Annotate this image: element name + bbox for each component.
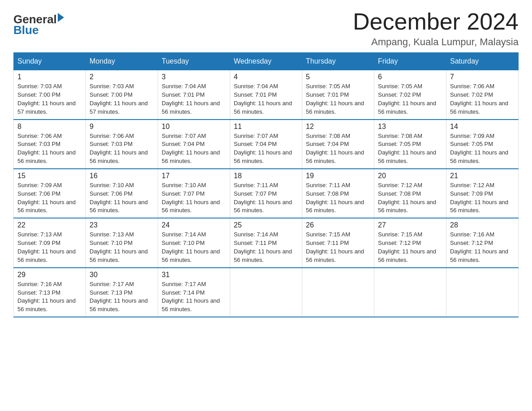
day-info: Sunrise: 7:08 AMSunset: 7:04 PMDaylight:…: [306, 132, 370, 166]
calendar-cell: [302, 268, 374, 317]
title-section: December 2024 Ampang, Kuala Lumpur, Mala…: [353, 9, 519, 48]
day-number: 23: [90, 221, 154, 229]
calendar-cell: 28Sunrise: 7:16 AMSunset: 7:12 PMDayligh…: [446, 218, 519, 267]
page-header: General Blue December 2024 Ampang, Kuala…: [13, 9, 519, 48]
day-info: Sunrise: 7:15 AMSunset: 7:12 PMDaylight:…: [378, 231, 442, 264]
day-info: Sunrise: 7:11 AMSunset: 7:07 PMDaylight:…: [234, 181, 298, 215]
day-info: Sunrise: 7:17 AMSunset: 7:13 PMDaylight:…: [90, 280, 154, 314]
day-info: Sunrise: 7:16 AMSunset: 7:13 PMDaylight:…: [17, 280, 82, 314]
calendar-cell: 7Sunrise: 7:06 AMSunset: 7:02 PMDaylight…: [446, 70, 519, 120]
calendar-cell: 24Sunrise: 7:14 AMSunset: 7:10 PMDayligh…: [158, 218, 230, 267]
calendar-cell: 19Sunrise: 7:11 AMSunset: 7:08 PMDayligh…: [302, 169, 374, 218]
logo: General Blue: [13, 13, 64, 36]
calendar-cell: 29Sunrise: 7:16 AMSunset: 7:13 PMDayligh…: [14, 268, 86, 317]
calendar-cell: 31Sunrise: 7:17 AMSunset: 7:14 PMDayligh…: [158, 268, 230, 317]
calendar-cell: 27Sunrise: 7:15 AMSunset: 7:12 PMDayligh…: [374, 218, 446, 267]
calendar-cell: 5Sunrise: 7:05 AMSunset: 7:01 PMDaylight…: [302, 70, 374, 120]
day-info: Sunrise: 7:11 AMSunset: 7:08 PMDaylight:…: [306, 181, 370, 215]
day-number: 29: [17, 271, 82, 279]
day-info: Sunrise: 7:06 AMSunset: 7:02 PMDaylight:…: [450, 82, 515, 116]
day-number: 20: [378, 172, 442, 180]
day-info: Sunrise: 7:16 AMSunset: 7:12 PMDaylight:…: [450, 231, 515, 264]
day-info: Sunrise: 7:15 AMSunset: 7:11 PMDaylight:…: [306, 231, 370, 264]
calendar-cell: 4Sunrise: 7:04 AMSunset: 7:01 PMDaylight…: [230, 70, 302, 120]
day-number: 6: [378, 73, 442, 81]
day-info: Sunrise: 7:05 AMSunset: 7:02 PMDaylight:…: [378, 82, 442, 116]
calendar-week-1: 1Sunrise: 7:03 AMSunset: 7:00 PMDaylight…: [14, 70, 519, 120]
calendar-cell: 30Sunrise: 7:17 AMSunset: 7:13 PMDayligh…: [86, 268, 158, 317]
calendar-header-saturday: Saturday: [446, 53, 519, 70]
calendar-cell: 9Sunrise: 7:06 AMSunset: 7:03 PMDaylight…: [86, 120, 158, 169]
logo-arrow-icon: [58, 13, 64, 22]
calendar-cell: 3Sunrise: 7:04 AMSunset: 7:01 PMDaylight…: [158, 70, 230, 120]
day-number: 3: [162, 73, 226, 81]
day-info: Sunrise: 7:03 AMSunset: 7:00 PMDaylight:…: [17, 82, 82, 116]
day-info: Sunrise: 7:06 AMSunset: 7:03 PMDaylight:…: [17, 132, 82, 166]
calendar-week-3: 15Sunrise: 7:09 AMSunset: 7:06 PMDayligh…: [14, 169, 519, 218]
calendar-cell: 10Sunrise: 7:07 AMSunset: 7:04 PMDayligh…: [158, 120, 230, 169]
day-number: 4: [234, 73, 298, 81]
calendar-cell: 6Sunrise: 7:05 AMSunset: 7:02 PMDaylight…: [374, 70, 446, 120]
day-number: 14: [450, 123, 515, 131]
calendar-cell: 22Sunrise: 7:13 AMSunset: 7:09 PMDayligh…: [14, 218, 86, 267]
calendar-cell: 25Sunrise: 7:14 AMSunset: 7:11 PMDayligh…: [230, 218, 302, 267]
day-number: 2: [90, 73, 154, 81]
day-info: Sunrise: 7:14 AMSunset: 7:11 PMDaylight:…: [234, 231, 298, 264]
day-number: 21: [450, 172, 515, 180]
day-number: 15: [17, 172, 82, 180]
calendar-cell: 21Sunrise: 7:12 AMSunset: 7:09 PMDayligh…: [446, 169, 519, 218]
day-info: Sunrise: 7:14 AMSunset: 7:10 PMDaylight:…: [162, 231, 226, 264]
day-number: 28: [450, 221, 515, 229]
day-number: 27: [378, 221, 442, 229]
calendar-header-friday: Friday: [374, 53, 446, 70]
calendar-cell: 20Sunrise: 7:12 AMSunset: 7:08 PMDayligh…: [374, 169, 446, 218]
calendar-cell: 26Sunrise: 7:15 AMSunset: 7:11 PMDayligh…: [302, 218, 374, 267]
day-info: Sunrise: 7:12 AMSunset: 7:08 PMDaylight:…: [378, 181, 442, 215]
calendar-header-tuesday: Tuesday: [158, 53, 230, 70]
day-info: Sunrise: 7:09 AMSunset: 7:05 PMDaylight:…: [450, 132, 515, 166]
day-number: 16: [90, 172, 154, 180]
day-info: Sunrise: 7:10 AMSunset: 7:06 PMDaylight:…: [90, 181, 154, 215]
logo-blue-text: Blue: [13, 24, 39, 36]
day-number: 5: [306, 73, 370, 81]
day-number: 13: [378, 123, 442, 131]
day-number: 1: [17, 73, 82, 81]
day-number: 12: [306, 123, 370, 131]
day-info: Sunrise: 7:10 AMSunset: 7:07 PMDaylight:…: [162, 181, 226, 215]
day-number: 7: [450, 73, 515, 81]
day-number: 24: [162, 221, 226, 229]
calendar-cell: 12Sunrise: 7:08 AMSunset: 7:04 PMDayligh…: [302, 120, 374, 169]
calendar-body: 1Sunrise: 7:03 AMSunset: 7:00 PMDaylight…: [14, 70, 519, 317]
month-title: December 2024: [353, 9, 519, 34]
day-info: Sunrise: 7:12 AMSunset: 7:09 PMDaylight:…: [450, 181, 515, 215]
calendar-week-5: 29Sunrise: 7:16 AMSunset: 7:13 PMDayligh…: [14, 268, 519, 317]
day-number: 22: [17, 221, 82, 229]
day-info: Sunrise: 7:13 AMSunset: 7:09 PMDaylight:…: [17, 231, 82, 264]
calendar-cell: 16Sunrise: 7:10 AMSunset: 7:06 PMDayligh…: [86, 169, 158, 218]
calendar-cell: 11Sunrise: 7:07 AMSunset: 7:04 PMDayligh…: [230, 120, 302, 169]
calendar-header-monday: Monday: [86, 53, 158, 70]
calendar-cell: 18Sunrise: 7:11 AMSunset: 7:07 PMDayligh…: [230, 169, 302, 218]
calendar-cell: 13Sunrise: 7:08 AMSunset: 7:05 PMDayligh…: [374, 120, 446, 169]
day-number: 30: [90, 271, 154, 279]
day-info: Sunrise: 7:09 AMSunset: 7:06 PMDaylight:…: [17, 181, 82, 215]
calendar-table: SundayMondayTuesdayWednesdayThursdayFrid…: [13, 52, 519, 317]
day-number: 19: [306, 172, 370, 180]
location-text: Ampang, Kuala Lumpur, Malaysia: [353, 36, 519, 48]
day-number: 17: [162, 172, 226, 180]
calendar-cell: 8Sunrise: 7:06 AMSunset: 7:03 PMDaylight…: [14, 120, 86, 169]
day-info: Sunrise: 7:08 AMSunset: 7:05 PMDaylight:…: [378, 132, 442, 166]
day-number: 26: [306, 221, 370, 229]
calendar-week-2: 8Sunrise: 7:06 AMSunset: 7:03 PMDaylight…: [14, 120, 519, 169]
calendar-cell: 14Sunrise: 7:09 AMSunset: 7:05 PMDayligh…: [446, 120, 519, 169]
day-info: Sunrise: 7:07 AMSunset: 7:04 PMDaylight:…: [162, 132, 226, 166]
day-info: Sunrise: 7:04 AMSunset: 7:01 PMDaylight:…: [162, 82, 226, 116]
day-info: Sunrise: 7:04 AMSunset: 7:01 PMDaylight:…: [234, 82, 298, 116]
day-number: 11: [234, 123, 298, 131]
calendar-header-thursday: Thursday: [302, 53, 374, 70]
calendar-week-4: 22Sunrise: 7:13 AMSunset: 7:09 PMDayligh…: [14, 218, 519, 267]
day-number: 8: [17, 123, 82, 131]
day-info: Sunrise: 7:13 AMSunset: 7:10 PMDaylight:…: [90, 231, 154, 264]
day-info: Sunrise: 7:06 AMSunset: 7:03 PMDaylight:…: [90, 132, 154, 166]
calendar-cell: 15Sunrise: 7:09 AMSunset: 7:06 PMDayligh…: [14, 169, 86, 218]
